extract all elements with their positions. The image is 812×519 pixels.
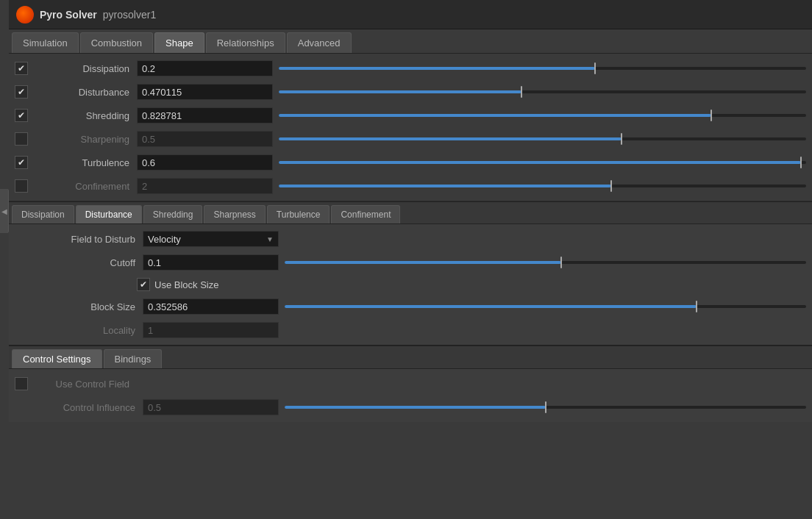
slider-cutoff[interactable] (285, 261, 806, 264)
label-use-block-size: Use Block Size (154, 279, 218, 290)
label-locality: Locality (40, 325, 143, 336)
value-cutoff[interactable]: 0.1 (143, 254, 279, 271)
label-control-influence: Control Influence (40, 402, 143, 413)
slider-control-influence[interactable] (285, 406, 806, 409)
label-sharpening: Sharpening (34, 134, 137, 145)
checkbox-turbulence[interactable] (15, 156, 28, 169)
bottom-tab-bindings[interactable]: Bindings (104, 349, 163, 368)
tab-advanced[interactable]: Advanced (287, 32, 352, 53)
param-row-control-influence: Control Influence 0.5 (9, 395, 812, 419)
param-row-locality: Locality 1 (9, 318, 812, 342)
param-section: Dissipation 0.2 Disturbance 0.470115 (9, 54, 812, 201)
checkbox-use-control-field[interactable] (15, 377, 28, 390)
label-turbulence: Turbulence (34, 157, 137, 168)
sub-tab-confinement[interactable]: Confinement (331, 205, 400, 223)
value-sharpening[interactable]: 0.5 (137, 131, 273, 147)
label-dissipation: Dissipation (34, 63, 137, 74)
slider-disturbance[interactable] (279, 90, 806, 93)
label-disturbance: Disturbance (34, 87, 137, 98)
label-field-to-disturb: Field to Disturb (40, 234, 143, 245)
sub-tab-sharpness[interactable]: Sharpness (204, 205, 265, 223)
param-row-sharpening: Sharpening 0.5 (9, 127, 812, 151)
slider-shredding[interactable] (279, 114, 806, 117)
sub-tab-dissipation[interactable]: Dissipation (12, 205, 74, 223)
control-section: Use Control Field Control Influence 0.5 (9, 369, 812, 422)
param-row-disturbance: Disturbance 0.470115 (9, 80, 812, 104)
dropdown-arrow-icon: ▼ (266, 235, 274, 243)
param-row-confinement: Confinement 2 (9, 174, 812, 198)
checkbox-shredding[interactable] (15, 109, 28, 122)
sub-tab-turbulence[interactable]: Turbulence (267, 205, 330, 223)
param-row-block-size: Block Size 0.352586 (9, 295, 812, 318)
app-title: Pyro Solver (40, 9, 97, 21)
tab-shape[interactable]: Shape (154, 32, 204, 53)
label-block-size: Block Size (40, 301, 143, 312)
value-dissipation[interactable]: 0.2 (137, 60, 273, 76)
collapse-handle[interactable]: ◀ (0, 189, 9, 233)
value-disturbance[interactable]: 0.470115 (137, 84, 273, 100)
value-control-influence[interactable]: 0.5 (143, 399, 279, 415)
sub-panel: Field to Disturb Velocity ▼ Cutoff 0.1 U… (9, 224, 812, 345)
param-row-shredding: Shredding 0.828781 (9, 104, 812, 127)
slider-dissipation[interactable] (279, 67, 806, 70)
param-row-use-control-field: Use Control Field (9, 372, 812, 395)
value-block-size[interactable]: 0.352586 (143, 298, 279, 315)
dropdown-field-to-disturb[interactable]: Velocity ▼ (143, 231, 279, 247)
tab-relationships[interactable]: Relationships (206, 32, 285, 53)
use-block-size-row: Use Block Size (131, 274, 812, 295)
sub-tab-bar: Dissipation Disturbance Shredding Sharpn… (9, 201, 812, 224)
tab-simulation[interactable]: Simulation (12, 32, 79, 53)
checkbox-disturbance[interactable] (15, 85, 28, 99)
checkbox-dissipation[interactable] (15, 62, 28, 75)
value-shredding[interactable]: 0.828781 (137, 107, 273, 124)
tab-combustion[interactable]: Combustion (80, 32, 153, 53)
slider-block-size[interactable] (285, 305, 806, 308)
param-row-dissipation: Dissipation 0.2 (9, 57, 812, 80)
slider-turbulence[interactable] (279, 161, 806, 164)
param-row-cutoff: Cutoff 0.1 (9, 251, 812, 274)
top-tab-bar: Simulation Combustion Shape Relationship… (9, 29, 812, 54)
sub-tab-disturbance[interactable]: Disturbance (76, 205, 142, 223)
node-name: pyrosolver1 (103, 9, 156, 21)
slider-confinement[interactable] (279, 185, 806, 187)
checkbox-confinement[interactable] (15, 179, 28, 193)
bottom-tab-control-settings[interactable]: Control Settings (12, 349, 102, 368)
app-icon (16, 6, 34, 24)
label-cutoff: Cutoff (40, 257, 143, 268)
label-shredding: Shredding (34, 110, 137, 121)
value-turbulence[interactable]: 0.6 (137, 154, 273, 171)
checkbox-use-block-size[interactable] (137, 278, 150, 291)
param-row-field-to-disturb: Field to Disturb Velocity ▼ (9, 227, 812, 251)
sub-tab-shredding[interactable]: Shredding (143, 205, 203, 223)
title-bar: Pyro Solver pyrosolver1 (9, 0, 812, 29)
collapse-icon: ◀ (1, 207, 7, 215)
value-locality[interactable]: 1 (143, 322, 279, 338)
bottom-tab-bar: Control Settings Bindings (9, 345, 812, 369)
param-row-turbulence: Turbulence 0.6 (9, 151, 812, 174)
label-use-control-field: Use Control Field (34, 379, 137, 390)
value-confinement[interactable]: 2 (137, 178, 273, 194)
slider-sharpening[interactable] (279, 137, 806, 140)
checkbox-sharpening[interactable] (15, 132, 28, 146)
label-confinement: Confinement (34, 181, 137, 192)
